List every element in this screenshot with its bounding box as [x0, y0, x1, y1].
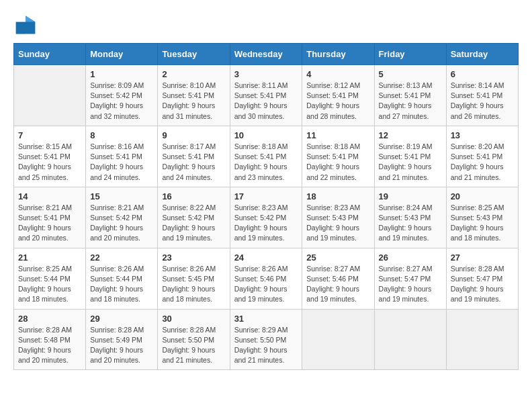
day-number: 13 [451, 130, 514, 140]
day-info: Sunrise: 8:10 AM Sunset: 5:41 PM Dayligh… [162, 81, 225, 122]
day-info: Sunrise: 8:21 AM Sunset: 5:42 PM Dayligh… [90, 203, 153, 244]
calendar-header: SundayMondayTuesdayWednesdayThursdayFrid… [14, 44, 519, 65]
day-number: 15 [90, 191, 153, 201]
day-info: Sunrise: 8:23 AM Sunset: 5:43 PM Dayligh… [306, 203, 369, 244]
day-number: 28 [18, 314, 81, 324]
day-info: Sunrise: 8:09 AM Sunset: 5:42 PM Dayligh… [90, 81, 153, 122]
day-number: 23 [162, 253, 225, 263]
day-number: 2 [162, 69, 225, 79]
logo [13, 13, 40, 38]
day-header-saturday: Saturday [446, 44, 518, 65]
day-info: Sunrise: 8:27 AM Sunset: 5:46 PM Dayligh… [306, 264, 369, 305]
day-header-wednesday: Wednesday [230, 44, 302, 65]
day-number: 19 [379, 191, 442, 201]
day-info: Sunrise: 8:20 AM Sunset: 5:41 PM Dayligh… [451, 142, 514, 183]
day-info: Sunrise: 8:13 AM Sunset: 5:41 PM Dayligh… [379, 81, 442, 122]
day-info: Sunrise: 8:28 AM Sunset: 5:50 PM Dayligh… [162, 325, 225, 366]
calendar-cell: 4Sunrise: 8:12 AM Sunset: 5:41 PM Daylig… [302, 65, 374, 126]
day-info: Sunrise: 8:19 AM Sunset: 5:41 PM Dayligh… [379, 142, 442, 183]
calendar-cell: 30Sunrise: 8:28 AM Sunset: 5:50 PM Dayli… [158, 309, 230, 370]
day-number: 25 [306, 253, 369, 263]
day-header-thursday: Thursday [302, 44, 374, 65]
calendar-cell: 28Sunrise: 8:28 AM Sunset: 5:48 PM Dayli… [14, 309, 86, 370]
calendar-cell: 2Sunrise: 8:10 AM Sunset: 5:41 PM Daylig… [158, 65, 230, 126]
calendar-cell: 21Sunrise: 8:25 AM Sunset: 5:44 PM Dayli… [14, 248, 86, 309]
day-info: Sunrise: 8:26 AM Sunset: 5:44 PM Dayligh… [90, 264, 153, 305]
calendar-body: 1Sunrise: 8:09 AM Sunset: 5:42 PM Daylig… [14, 65, 519, 370]
day-info: Sunrise: 8:16 AM Sunset: 5:41 PM Dayligh… [90, 142, 153, 183]
calendar-cell: 24Sunrise: 8:26 AM Sunset: 5:46 PM Dayli… [230, 248, 302, 309]
calendar-cell: 18Sunrise: 8:23 AM Sunset: 5:43 PM Dayli… [302, 187, 374, 248]
calendar-cell: 29Sunrise: 8:28 AM Sunset: 5:49 PM Dayli… [86, 309, 158, 370]
calendar-cell: 7Sunrise: 8:15 AM Sunset: 5:41 PM Daylig… [14, 126, 86, 187]
day-info: Sunrise: 8:28 AM Sunset: 5:48 PM Dayligh… [18, 325, 81, 366]
day-number: 21 [18, 253, 81, 263]
svg-marker-2 [16, 22, 26, 34]
day-number: 8 [90, 130, 153, 140]
day-info: Sunrise: 8:28 AM Sunset: 5:47 PM Dayligh… [451, 264, 514, 305]
day-info: Sunrise: 8:11 AM Sunset: 5:41 PM Dayligh… [234, 81, 298, 122]
calendar-cell: 6Sunrise: 8:14 AM Sunset: 5:41 PM Daylig… [446, 65, 518, 126]
day-number: 12 [379, 130, 442, 140]
page-header [13, 13, 519, 38]
calendar-cell: 9Sunrise: 8:17 AM Sunset: 5:41 PM Daylig… [158, 126, 230, 187]
calendar-cell: 10Sunrise: 8:18 AM Sunset: 5:41 PM Dayli… [230, 126, 302, 187]
day-info: Sunrise: 8:22 AM Sunset: 5:42 PM Dayligh… [162, 203, 225, 244]
day-info: Sunrise: 8:21 AM Sunset: 5:41 PM Dayligh… [18, 203, 81, 244]
day-number: 30 [162, 314, 225, 324]
day-info: Sunrise: 8:23 AM Sunset: 5:42 PM Dayligh… [234, 203, 298, 244]
day-number: 29 [90, 314, 153, 324]
calendar-cell [302, 309, 374, 370]
calendar-cell: 11Sunrise: 8:18 AM Sunset: 5:41 PM Dayli… [302, 126, 374, 187]
day-info: Sunrise: 8:27 AM Sunset: 5:47 PM Dayligh… [379, 264, 442, 305]
day-number: 22 [90, 253, 153, 263]
day-number: 11 [306, 130, 369, 140]
day-number: 16 [162, 191, 225, 201]
calendar-cell [374, 309, 446, 370]
day-number: 14 [18, 191, 81, 201]
calendar-cell: 19Sunrise: 8:24 AM Sunset: 5:43 PM Dayli… [374, 187, 446, 248]
day-number: 3 [234, 69, 298, 79]
calendar-cell: 27Sunrise: 8:28 AM Sunset: 5:47 PM Dayli… [446, 248, 518, 309]
calendar-cell: 16Sunrise: 8:22 AM Sunset: 5:42 PM Dayli… [158, 187, 230, 248]
day-number: 5 [379, 69, 442, 79]
calendar-cell [446, 309, 518, 370]
day-info: Sunrise: 8:17 AM Sunset: 5:41 PM Dayligh… [162, 142, 225, 183]
week-row-2: 7Sunrise: 8:15 AM Sunset: 5:41 PM Daylig… [14, 126, 519, 187]
day-number: 27 [451, 253, 514, 263]
calendar-cell: 22Sunrise: 8:26 AM Sunset: 5:44 PM Dayli… [86, 248, 158, 309]
calendar-cell: 31Sunrise: 8:29 AM Sunset: 5:50 PM Dayli… [230, 309, 302, 370]
day-info: Sunrise: 8:12 AM Sunset: 5:41 PM Dayligh… [306, 81, 369, 122]
calendar-cell: 12Sunrise: 8:19 AM Sunset: 5:41 PM Dayli… [374, 126, 446, 187]
day-info: Sunrise: 8:25 AM Sunset: 5:43 PM Dayligh… [451, 203, 514, 244]
day-header-friday: Friday [374, 44, 446, 65]
calendar-cell: 1Sunrise: 8:09 AM Sunset: 5:42 PM Daylig… [86, 65, 158, 126]
day-header-row: SundayMondayTuesdayWednesdayThursdayFrid… [14, 44, 519, 65]
day-info: Sunrise: 8:26 AM Sunset: 5:45 PM Dayligh… [162, 264, 225, 305]
day-info: Sunrise: 8:25 AM Sunset: 5:44 PM Dayligh… [18, 264, 81, 305]
calendar-table: SundayMondayTuesdayWednesdayThursdayFrid… [13, 43, 519, 370]
day-info: Sunrise: 8:26 AM Sunset: 5:46 PM Dayligh… [234, 264, 298, 305]
day-number: 17 [234, 191, 298, 201]
day-number: 1 [90, 69, 153, 79]
calendar-cell [14, 65, 86, 126]
day-number: 18 [306, 191, 369, 201]
day-number: 9 [162, 130, 225, 140]
calendar-cell: 17Sunrise: 8:23 AM Sunset: 5:42 PM Dayli… [230, 187, 302, 248]
day-number: 26 [379, 253, 442, 263]
calendar-cell: 26Sunrise: 8:27 AM Sunset: 5:47 PM Dayli… [374, 248, 446, 309]
day-info: Sunrise: 8:14 AM Sunset: 5:41 PM Dayligh… [451, 81, 514, 122]
week-row-5: 28Sunrise: 8:28 AM Sunset: 5:48 PM Dayli… [14, 309, 519, 370]
calendar-cell: 15Sunrise: 8:21 AM Sunset: 5:42 PM Dayli… [86, 187, 158, 248]
day-number: 31 [234, 314, 298, 324]
day-info: Sunrise: 8:15 AM Sunset: 5:41 PM Dayligh… [18, 142, 81, 183]
calendar-cell: 8Sunrise: 8:16 AM Sunset: 5:41 PM Daylig… [86, 126, 158, 187]
calendar-cell: 14Sunrise: 8:21 AM Sunset: 5:41 PM Dayli… [14, 187, 86, 248]
day-info: Sunrise: 8:28 AM Sunset: 5:49 PM Dayligh… [90, 325, 153, 366]
calendar-cell: 25Sunrise: 8:27 AM Sunset: 5:46 PM Dayli… [302, 248, 374, 309]
calendar-cell: 20Sunrise: 8:25 AM Sunset: 5:43 PM Dayli… [446, 187, 518, 248]
logo-icon [13, 13, 38, 38]
day-number: 4 [306, 69, 369, 79]
day-number: 10 [234, 130, 298, 140]
day-number: 7 [18, 130, 81, 140]
